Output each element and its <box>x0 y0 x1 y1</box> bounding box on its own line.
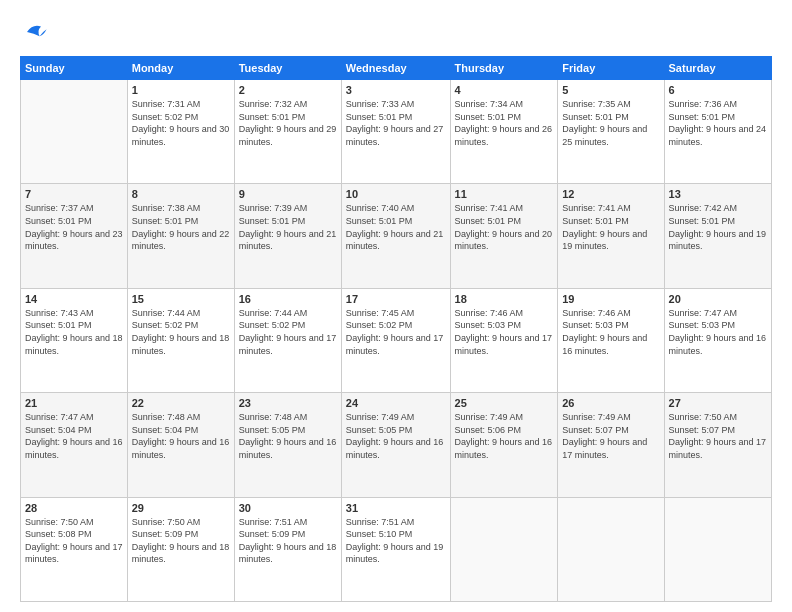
day-info: Sunrise: 7:47 AMSunset: 5:04 PMDaylight:… <box>25 411 123 461</box>
col-header-wednesday: Wednesday <box>341 57 450 80</box>
day-info: Sunrise: 7:36 AMSunset: 5:01 PMDaylight:… <box>669 98 767 148</box>
calendar-week-1: 1 Sunrise: 7:31 AMSunset: 5:02 PMDayligh… <box>21 80 772 184</box>
day-number: 19 <box>562 293 659 305</box>
calendar-cell: 7 Sunrise: 7:37 AMSunset: 5:01 PMDayligh… <box>21 184 128 288</box>
logo <box>20 18 52 46</box>
day-info: Sunrise: 7:49 AMSunset: 5:07 PMDaylight:… <box>562 411 659 461</box>
calendar-cell: 12 Sunrise: 7:41 AMSunset: 5:01 PMDaylig… <box>558 184 664 288</box>
day-number: 8 <box>132 188 230 200</box>
day-number: 6 <box>669 84 767 96</box>
calendar-cell: 28 Sunrise: 7:50 AMSunset: 5:08 PMDaylig… <box>21 497 128 601</box>
day-number: 9 <box>239 188 337 200</box>
calendar-cell: 29 Sunrise: 7:50 AMSunset: 5:09 PMDaylig… <box>127 497 234 601</box>
calendar-cell: 9 Sunrise: 7:39 AMSunset: 5:01 PMDayligh… <box>234 184 341 288</box>
day-info: Sunrise: 7:38 AMSunset: 5:01 PMDaylight:… <box>132 202 230 252</box>
col-header-saturday: Saturday <box>664 57 771 80</box>
day-number: 5 <box>562 84 659 96</box>
calendar-cell: 23 Sunrise: 7:48 AMSunset: 5:05 PMDaylig… <box>234 393 341 497</box>
day-info: Sunrise: 7:51 AMSunset: 5:09 PMDaylight:… <box>239 516 337 566</box>
day-info: Sunrise: 7:32 AMSunset: 5:01 PMDaylight:… <box>239 98 337 148</box>
calendar-cell: 1 Sunrise: 7:31 AMSunset: 5:02 PMDayligh… <box>127 80 234 184</box>
day-number: 3 <box>346 84 446 96</box>
day-info: Sunrise: 7:33 AMSunset: 5:01 PMDaylight:… <box>346 98 446 148</box>
day-number: 25 <box>455 397 554 409</box>
day-number: 10 <box>346 188 446 200</box>
day-info: Sunrise: 7:51 AMSunset: 5:10 PMDaylight:… <box>346 516 446 566</box>
calendar-cell: 8 Sunrise: 7:38 AMSunset: 5:01 PMDayligh… <box>127 184 234 288</box>
calendar-cell: 20 Sunrise: 7:47 AMSunset: 5:03 PMDaylig… <box>664 288 771 392</box>
calendar-cell: 25 Sunrise: 7:49 AMSunset: 5:06 PMDaylig… <box>450 393 558 497</box>
day-number: 2 <box>239 84 337 96</box>
calendar-table: SundayMondayTuesdayWednesdayThursdayFrid… <box>20 56 772 602</box>
day-info: Sunrise: 7:44 AMSunset: 5:02 PMDaylight:… <box>132 307 230 357</box>
day-info: Sunrise: 7:49 AMSunset: 5:06 PMDaylight:… <box>455 411 554 461</box>
day-info: Sunrise: 7:39 AMSunset: 5:01 PMDaylight:… <box>239 202 337 252</box>
header <box>20 18 772 46</box>
day-number: 27 <box>669 397 767 409</box>
calendar-cell: 15 Sunrise: 7:44 AMSunset: 5:02 PMDaylig… <box>127 288 234 392</box>
logo-bird-icon <box>20 18 48 46</box>
calendar-cell: 19 Sunrise: 7:46 AMSunset: 5:03 PMDaylig… <box>558 288 664 392</box>
day-info: Sunrise: 7:46 AMSunset: 5:03 PMDaylight:… <box>455 307 554 357</box>
day-info: Sunrise: 7:50 AMSunset: 5:09 PMDaylight:… <box>132 516 230 566</box>
calendar-cell: 31 Sunrise: 7:51 AMSunset: 5:10 PMDaylig… <box>341 497 450 601</box>
day-info: Sunrise: 7:46 AMSunset: 5:03 PMDaylight:… <box>562 307 659 357</box>
col-header-sunday: Sunday <box>21 57 128 80</box>
day-number: 29 <box>132 502 230 514</box>
calendar-cell <box>21 80 128 184</box>
calendar-week-3: 14 Sunrise: 7:43 AMSunset: 5:01 PMDaylig… <box>21 288 772 392</box>
col-header-monday: Monday <box>127 57 234 80</box>
calendar-cell: 27 Sunrise: 7:50 AMSunset: 5:07 PMDaylig… <box>664 393 771 497</box>
day-info: Sunrise: 7:37 AMSunset: 5:01 PMDaylight:… <box>25 202 123 252</box>
day-number: 11 <box>455 188 554 200</box>
day-number: 17 <box>346 293 446 305</box>
calendar-week-2: 7 Sunrise: 7:37 AMSunset: 5:01 PMDayligh… <box>21 184 772 288</box>
day-number: 4 <box>455 84 554 96</box>
calendar-cell: 11 Sunrise: 7:41 AMSunset: 5:01 PMDaylig… <box>450 184 558 288</box>
day-number: 31 <box>346 502 446 514</box>
day-info: Sunrise: 7:31 AMSunset: 5:02 PMDaylight:… <box>132 98 230 148</box>
day-number: 12 <box>562 188 659 200</box>
calendar-cell <box>664 497 771 601</box>
calendar-week-4: 21 Sunrise: 7:47 AMSunset: 5:04 PMDaylig… <box>21 393 772 497</box>
day-info: Sunrise: 7:35 AMSunset: 5:01 PMDaylight:… <box>562 98 659 148</box>
day-number: 30 <box>239 502 337 514</box>
calendar-cell: 18 Sunrise: 7:46 AMSunset: 5:03 PMDaylig… <box>450 288 558 392</box>
day-info: Sunrise: 7:40 AMSunset: 5:01 PMDaylight:… <box>346 202 446 252</box>
calendar-cell: 3 Sunrise: 7:33 AMSunset: 5:01 PMDayligh… <box>341 80 450 184</box>
day-info: Sunrise: 7:41 AMSunset: 5:01 PMDaylight:… <box>455 202 554 252</box>
day-number: 7 <box>25 188 123 200</box>
day-info: Sunrise: 7:45 AMSunset: 5:02 PMDaylight:… <box>346 307 446 357</box>
day-info: Sunrise: 7:48 AMSunset: 5:05 PMDaylight:… <box>239 411 337 461</box>
day-number: 16 <box>239 293 337 305</box>
calendar-cell <box>450 497 558 601</box>
calendar-cell: 17 Sunrise: 7:45 AMSunset: 5:02 PMDaylig… <box>341 288 450 392</box>
day-info: Sunrise: 7:41 AMSunset: 5:01 PMDaylight:… <box>562 202 659 252</box>
day-number: 18 <box>455 293 554 305</box>
col-header-friday: Friday <box>558 57 664 80</box>
day-info: Sunrise: 7:43 AMSunset: 5:01 PMDaylight:… <box>25 307 123 357</box>
day-number: 24 <box>346 397 446 409</box>
day-number: 15 <box>132 293 230 305</box>
calendar-cell: 24 Sunrise: 7:49 AMSunset: 5:05 PMDaylig… <box>341 393 450 497</box>
calendar-cell: 10 Sunrise: 7:40 AMSunset: 5:01 PMDaylig… <box>341 184 450 288</box>
calendar-cell: 4 Sunrise: 7:34 AMSunset: 5:01 PMDayligh… <box>450 80 558 184</box>
day-info: Sunrise: 7:50 AMSunset: 5:07 PMDaylight:… <box>669 411 767 461</box>
day-info: Sunrise: 7:49 AMSunset: 5:05 PMDaylight:… <box>346 411 446 461</box>
calendar-header-row: SundayMondayTuesdayWednesdayThursdayFrid… <box>21 57 772 80</box>
day-info: Sunrise: 7:42 AMSunset: 5:01 PMDaylight:… <box>669 202 767 252</box>
calendar-cell: 22 Sunrise: 7:48 AMSunset: 5:04 PMDaylig… <box>127 393 234 497</box>
calendar-cell: 6 Sunrise: 7:36 AMSunset: 5:01 PMDayligh… <box>664 80 771 184</box>
day-number: 1 <box>132 84 230 96</box>
day-number: 22 <box>132 397 230 409</box>
day-number: 20 <box>669 293 767 305</box>
col-header-thursday: Thursday <box>450 57 558 80</box>
day-info: Sunrise: 7:34 AMSunset: 5:01 PMDaylight:… <box>455 98 554 148</box>
day-info: Sunrise: 7:50 AMSunset: 5:08 PMDaylight:… <box>25 516 123 566</box>
calendar-cell: 21 Sunrise: 7:47 AMSunset: 5:04 PMDaylig… <box>21 393 128 497</box>
day-info: Sunrise: 7:48 AMSunset: 5:04 PMDaylight:… <box>132 411 230 461</box>
page: SundayMondayTuesdayWednesdayThursdayFrid… <box>0 0 792 612</box>
day-number: 13 <box>669 188 767 200</box>
day-info: Sunrise: 7:44 AMSunset: 5:02 PMDaylight:… <box>239 307 337 357</box>
day-number: 14 <box>25 293 123 305</box>
